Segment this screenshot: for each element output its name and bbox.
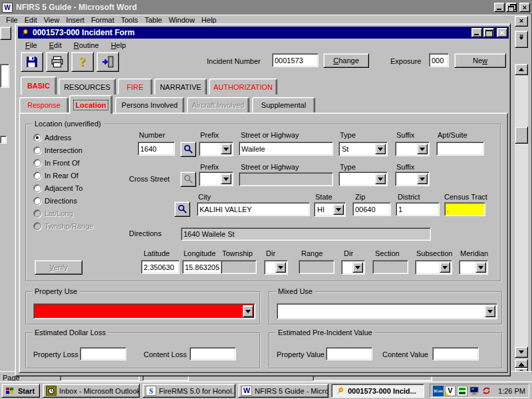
tab-supplemental[interactable]: Supplemental xyxy=(252,97,315,112)
tab-response[interactable]: Response xyxy=(19,97,68,112)
scrollbar-thumb[interactable] xyxy=(515,126,528,144)
form-menu-help[interactable]: Help xyxy=(108,41,130,50)
radio-in-rear-of[interactable] xyxy=(33,172,41,180)
dropdown-arrow-icon[interactable] xyxy=(417,144,428,154)
word-restore-button[interactable] xyxy=(506,3,517,12)
meridian-select[interactable] xyxy=(459,260,488,275)
tab-persons-involved[interactable]: Persons Involved xyxy=(115,97,184,112)
form-close-button[interactable]: × xyxy=(497,28,507,37)
zip-field[interactable] xyxy=(352,202,391,216)
longitude-field[interactable] xyxy=(182,260,223,274)
radio-directions-label[interactable]: Directions xyxy=(45,197,77,205)
suffix-select[interactable] xyxy=(395,142,430,156)
dropdown-arrow-icon[interactable] xyxy=(375,174,386,184)
change-button[interactable]: Change xyxy=(323,53,369,68)
content-value-field[interactable] xyxy=(432,347,479,360)
dropdown-arrow-icon[interactable] xyxy=(221,144,231,154)
form-minimize-button[interactable] xyxy=(471,28,482,37)
tray-display-icon[interactable] xyxy=(469,386,479,396)
task-button-firerms[interactable]: S FireRMS 5.0 for Honol... xyxy=(142,384,235,398)
tray-green-app-icon[interactable] xyxy=(457,386,467,396)
radio-adjacent-to[interactable] xyxy=(33,184,41,192)
property-use-select[interactable] xyxy=(33,303,255,319)
tab-resources[interactable]: RESOURCES xyxy=(59,78,116,94)
tray-sync-icon[interactable] xyxy=(481,386,491,396)
tab-location[interactable]: Location xyxy=(69,95,112,114)
radio-intersection-label[interactable]: Intersection xyxy=(45,146,82,154)
number-field[interactable] xyxy=(138,142,175,156)
subsection-select[interactable] xyxy=(415,260,452,275)
radio-directions[interactable] xyxy=(33,197,41,205)
tab-fire[interactable]: FIRE xyxy=(118,78,152,94)
print-button[interactable] xyxy=(46,52,68,72)
tab-authorization[interactable]: AUTHORIZATION xyxy=(209,78,277,94)
dropdown-arrow-icon[interactable] xyxy=(475,262,486,273)
mixed-use-select[interactable] xyxy=(277,303,497,319)
task-button-word[interactable]: W NFIRS 5 Guide - Micro... xyxy=(238,384,329,398)
content-loss-field[interactable] xyxy=(190,347,236,360)
form-menu-routine[interactable]: Routine xyxy=(70,41,102,50)
form-menu-file[interactable]: File xyxy=(22,41,41,50)
save-button[interactable] xyxy=(21,52,43,72)
radio-in-rear-of-label[interactable]: In Rear Of xyxy=(45,172,78,180)
dropdown-arrow-icon[interactable] xyxy=(221,174,231,184)
dropdown-arrow-icon[interactable] xyxy=(243,305,253,317)
dir1-select[interactable] xyxy=(264,260,288,275)
tab-basic[interactable]: BASIC xyxy=(21,76,57,94)
form-menu-edit[interactable]: Edit xyxy=(46,41,65,50)
dir2-select[interactable] xyxy=(341,260,365,275)
prefix-select[interactable] xyxy=(199,142,233,156)
property-use-legend: Property Use xyxy=(32,287,80,296)
cs-type-select[interactable] xyxy=(338,172,388,186)
scroll-up-button[interactable] xyxy=(515,64,528,75)
word-minimize-button[interactable] xyxy=(494,3,505,12)
district-field[interactable] xyxy=(396,202,440,216)
tab-narrative[interactable]: NARRATIVE xyxy=(154,78,207,94)
help-button[interactable]: ? xyxy=(71,52,94,72)
cs-prefix-select[interactable] xyxy=(199,172,233,186)
radio-in-front-of[interactable] xyxy=(33,159,41,167)
word-doc-close-button[interactable]: × xyxy=(515,16,528,27)
exposure-field[interactable] xyxy=(429,53,449,67)
radio-address-label[interactable]: Address xyxy=(45,134,71,142)
double-arrow-up-icon xyxy=(519,365,524,366)
latitude-field[interactable] xyxy=(141,260,180,274)
tray-antivirus-icon[interactable]: V xyxy=(445,386,456,396)
cs-suffix-select[interactable] xyxy=(395,172,430,186)
task-button-outlook[interactable]: Inbox - Microsoft Outlook xyxy=(43,384,140,398)
tray-3com-icon[interactable]: 3Com xyxy=(433,386,444,396)
census-tract-field[interactable] xyxy=(444,202,485,216)
radio-adjacent-to-label[interactable]: Adjacent To xyxy=(45,184,82,192)
browse-previous-button[interactable] xyxy=(515,359,528,368)
property-value-field[interactable] xyxy=(326,347,372,360)
start-button[interactable]: Start xyxy=(1,384,40,398)
exit-button[interactable] xyxy=(96,52,119,72)
city-lookup-button[interactable] xyxy=(174,201,190,217)
type-select[interactable]: St xyxy=(338,142,388,156)
street-field[interactable] xyxy=(239,142,333,156)
word-toolbar-overflow-button[interactable]: » xyxy=(515,31,528,48)
city-field[interactable] xyxy=(197,202,310,216)
state-select[interactable]: HI xyxy=(314,202,346,217)
dropdown-arrow-icon[interactable] xyxy=(333,204,344,215)
task-button-incident-form[interactable]: 0001573-000 Incid... xyxy=(331,384,424,398)
dropdown-arrow-icon[interactable] xyxy=(440,262,450,273)
dropdown-arrow-icon[interactable] xyxy=(375,144,386,154)
word-close-button[interactable]: × xyxy=(519,3,530,12)
dropdown-arrow-icon[interactable] xyxy=(417,174,428,184)
directions-field[interactable] xyxy=(181,227,431,241)
incident-number-field[interactable] xyxy=(272,53,319,67)
address-lookup-button[interactable] xyxy=(180,142,196,157)
radio-intersection[interactable] xyxy=(33,146,41,154)
apt-suite-field[interactable] xyxy=(436,142,484,156)
dropdown-arrow-icon[interactable] xyxy=(275,262,286,273)
form-maximize-button[interactable] xyxy=(483,28,494,37)
scroll-down-button[interactable] xyxy=(515,346,528,358)
dropdown-arrow-icon[interactable] xyxy=(485,305,495,317)
scrollbar-track[interactable] xyxy=(515,75,528,346)
dropdown-arrow-icon[interactable] xyxy=(352,262,363,273)
new-button[interactable]: New xyxy=(454,53,506,68)
radio-in-front-of-label[interactable]: In Front Of xyxy=(45,159,80,167)
radio-address[interactable] xyxy=(33,134,41,142)
property-loss-field[interactable] xyxy=(80,347,126,360)
